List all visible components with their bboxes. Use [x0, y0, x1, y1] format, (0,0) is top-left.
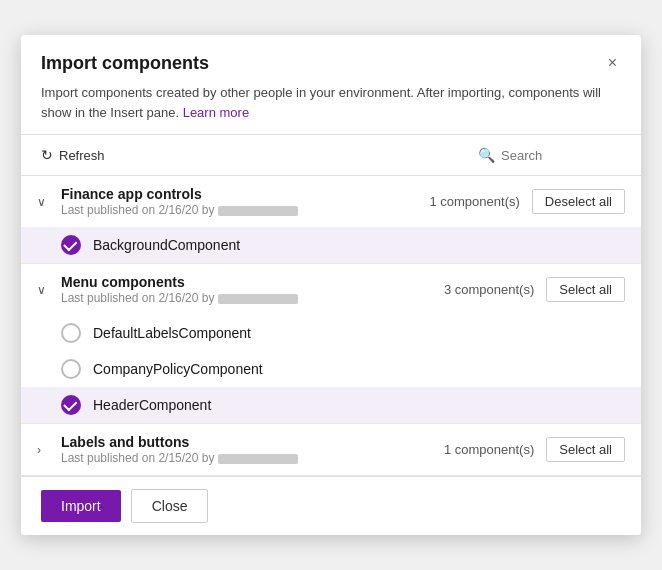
group-meta: Last published on 2/15/20 by	[61, 451, 436, 465]
import-components-dialog: Import components × Import components cr…	[21, 35, 641, 535]
group-meta: Last published on 2/16/20 by	[61, 203, 421, 217]
checkbox-unchecked-icon	[61, 359, 81, 379]
group-finance: ∨Finance app controlsLast published on 2…	[21, 176, 641, 264]
group-labels: ›Labels and buttonsLast published on 2/1…	[21, 424, 641, 476]
chevron-down-icon[interactable]: ∨	[37, 195, 53, 209]
group-name: Finance app controls	[61, 186, 421, 202]
group-meta: Last published on 2/16/20 by	[61, 291, 436, 305]
component-label: CompanyPolicyComponent	[93, 361, 263, 377]
learn-more-link[interactable]: Learn more	[183, 105, 249, 120]
checkbox-checked-icon	[61, 395, 81, 415]
search-icon: 🔍	[478, 147, 495, 163]
refresh-button[interactable]: ↻ Refresh	[41, 143, 105, 167]
group-actions-labels: 1 component(s)Select all	[444, 437, 625, 462]
search-container: 🔍	[478, 147, 621, 163]
component-label: DefaultLabelsComponent	[93, 325, 251, 341]
group-info-labels: Labels and buttonsLast published on 2/15…	[61, 434, 436, 465]
select-all-button[interactable]: Select all	[546, 277, 625, 302]
group-header-menu: ∨Menu componentsLast published on 2/16/2…	[21, 264, 641, 315]
import-button[interactable]: Import	[41, 490, 121, 522]
select-all-button[interactable]: Select all	[546, 437, 625, 462]
group-info-menu: Menu componentsLast published on 2/16/20…	[61, 274, 436, 305]
component-item[interactable]: HeaderComponent	[21, 387, 641, 423]
component-count: 1 component(s)	[444, 442, 534, 457]
group-actions-finance: 1 component(s)Deselect all	[429, 189, 625, 214]
group-menu: ∨Menu componentsLast published on 2/16/2…	[21, 264, 641, 424]
deselect-all-button[interactable]: Deselect all	[532, 189, 625, 214]
component-count: 3 component(s)	[444, 282, 534, 297]
group-header-finance: ∨Finance app controlsLast published on 2…	[21, 176, 641, 227]
checkbox-checked-icon	[61, 235, 81, 255]
checkbox-unchecked-icon	[61, 323, 81, 343]
dialog-header: Import components ×	[21, 35, 641, 83]
component-item[interactable]: BackgroundComponent	[21, 227, 641, 263]
group-info-finance: Finance app controlsLast published on 2/…	[61, 186, 421, 217]
component-count: 1 component(s)	[429, 194, 519, 209]
close-button[interactable]: ×	[604, 51, 621, 75]
search-input[interactable]	[501, 148, 621, 163]
component-label: HeaderComponent	[93, 397, 211, 413]
dialog-description: Import components created by other peopl…	[21, 83, 641, 134]
cancel-button[interactable]: Close	[131, 489, 209, 523]
dialog-title: Import components	[41, 53, 209, 74]
component-label: BackgroundComponent	[93, 237, 240, 253]
group-actions-menu: 3 component(s)Select all	[444, 277, 625, 302]
component-item[interactable]: CompanyPolicyComponent	[21, 351, 641, 387]
group-name: Menu components	[61, 274, 436, 290]
dialog-footer: Import Close	[21, 476, 641, 535]
group-name: Labels and buttons	[61, 434, 436, 450]
group-header-labels: ›Labels and buttonsLast published on 2/1…	[21, 424, 641, 475]
chevron-right-icon[interactable]: ›	[37, 443, 53, 457]
content-area: ∨Finance app controlsLast published on 2…	[21, 176, 641, 476]
toolbar: ↻ Refresh 🔍	[21, 134, 641, 176]
component-item[interactable]: DefaultLabelsComponent	[21, 315, 641, 351]
chevron-down-icon[interactable]: ∨	[37, 283, 53, 297]
refresh-icon: ↻	[41, 147, 53, 163]
